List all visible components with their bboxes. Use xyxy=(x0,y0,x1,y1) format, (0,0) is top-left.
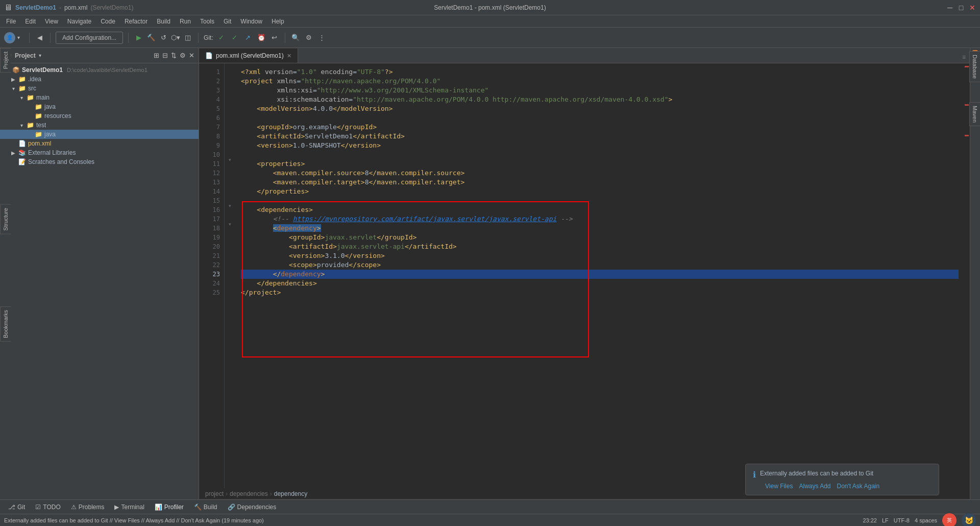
search-everywhere-icon[interactable]: 🔍 xyxy=(290,33,301,43)
tree-main-item[interactable]: ▾ 📁 main xyxy=(0,93,199,102)
tree-expand-arrow[interactable]: ▾ xyxy=(10,86,16,91)
code-line-23[interactable]: </dependency> xyxy=(241,270,959,279)
tree-java-test-item[interactable]: 📁 java xyxy=(0,130,199,139)
menu-help[interactable]: Help xyxy=(267,17,288,26)
editor-tab-pom[interactable]: 📄 pom.xml (ServletDemo1) ✕ xyxy=(199,49,298,63)
code-line-15[interactable] xyxy=(241,196,959,205)
user-section[interactable]: 👤 ▾ xyxy=(4,32,20,43)
tree-ext-libs-item[interactable]: ▶ 📚 External Libraries xyxy=(0,148,199,157)
add-configuration-button[interactable]: Add Configuration... xyxy=(56,32,123,44)
code-area[interactable]: <?xml version="1.0" encoding="UTF-8"?> <… xyxy=(235,63,963,488)
terminal-button[interactable]: ▶ Terminal xyxy=(110,503,148,512)
tree-scratches-item[interactable]: 📝 Scratches and Consoles xyxy=(0,157,199,166)
project-chevron-icon[interactable]: ▾ xyxy=(39,53,41,58)
bc-project[interactable]: project xyxy=(205,490,224,497)
tree-test-item[interactable]: ▾ 📁 test xyxy=(0,121,199,130)
tree-idea-item[interactable]: ▶ 📁 .idea xyxy=(0,75,199,84)
settings-icon[interactable]: ⚙ xyxy=(304,33,314,43)
code-line-24[interactable]: </dependencies> xyxy=(241,279,959,288)
more-actions-icon[interactable]: ⋮ xyxy=(317,33,327,43)
build-button[interactable]: 🔨 xyxy=(146,33,156,43)
settings-gear-icon[interactable]: ⚙ xyxy=(180,52,186,59)
code-line-7[interactable]: <groupId>org.example</groupId> xyxy=(241,123,959,132)
code-line-2[interactable]: <project xmlns="http://maven.apache.org/… xyxy=(241,77,959,86)
git-arrow-icon[interactable]: ↗ xyxy=(243,33,253,43)
bookmarks-panel-tab[interactable]: Bookmarks xyxy=(0,306,11,342)
more-run-button[interactable]: ⬡▾ xyxy=(170,33,181,43)
code-line-10[interactable] xyxy=(241,150,959,159)
code-line-12[interactable]: <maven.compiler.source>8</maven.compiler… xyxy=(241,169,959,178)
spaces-display[interactable]: 4 spaces xyxy=(915,517,937,523)
code-line-17[interactable]: <!-- https://mvnrepository.com/artifact/… xyxy=(241,214,959,224)
code-line-4[interactable]: xsi:schemaLocation="http://maven.apache.… xyxy=(241,95,959,104)
reload-button[interactable]: ↺ xyxy=(158,33,168,43)
navigate-back-icon[interactable]: ◀ xyxy=(35,33,45,43)
menu-refactor[interactable]: Refactor xyxy=(120,17,152,26)
todo-button[interactable]: ☑ TODO xyxy=(31,503,64,512)
bc-dependency[interactable]: dependency xyxy=(274,490,307,497)
code-line-22[interactable]: <scope>provided</scope> xyxy=(241,260,959,270)
bc-dependencies[interactable]: dependencies xyxy=(230,490,268,497)
close-button[interactable]: ✕ xyxy=(969,4,976,11)
minimize-button[interactable]: ─ xyxy=(946,4,953,11)
tree-expand-arrow[interactable]: ▶ xyxy=(10,150,16,156)
code-line-1[interactable]: <?xml version="1.0" encoding="UTF-8"?> xyxy=(241,67,959,77)
git-history-icon[interactable]: ⏰ xyxy=(256,33,266,43)
maximize-button[interactable]: □ xyxy=(958,4,965,11)
run-button[interactable]: ▶ xyxy=(134,33,144,43)
coverage-button[interactable]: ◫ xyxy=(183,33,193,43)
code-line-3[interactable]: xmlns:xsi="http://www.w3.org/2001/XMLSch… xyxy=(241,86,959,95)
menu-git[interactable]: Git xyxy=(219,17,235,26)
tab-close-button[interactable]: ✕ xyxy=(287,53,291,59)
code-line-9[interactable]: <version>1.0-SNAPSHOT</version> xyxy=(241,141,959,150)
menu-window[interactable]: Window xyxy=(236,17,266,26)
tree-root-item[interactable]: ▾ 📦 ServletDemo1 D:\code\Java\bite\Servl… xyxy=(0,65,199,75)
fold-properties[interactable]: ▾ xyxy=(229,157,231,162)
fold-dependencies[interactable]: ▾ xyxy=(229,203,231,208)
structure-panel-tab[interactable]: Structure xyxy=(0,204,11,234)
profiler-button[interactable]: 📊 Profiler xyxy=(151,503,188,512)
git-check-icon[interactable]: ✓ xyxy=(216,33,227,43)
build-bottom-button[interactable]: 🔨 Build xyxy=(190,503,222,512)
more-tabs-button[interactable]: ≡ xyxy=(958,52,970,63)
code-line-14[interactable]: </properties> xyxy=(241,187,959,196)
maven-panel-tab[interactable]: Maven xyxy=(969,102,980,126)
line-sep-display[interactable]: LF xyxy=(882,517,889,523)
code-line-25[interactable]: </project> xyxy=(241,288,959,297)
csdn-avatar[interactable]: 英 xyxy=(942,513,957,527)
tree-src-item[interactable]: ▾ 📁 src xyxy=(0,84,199,93)
emoji-avatar[interactable]: 🐱 xyxy=(962,513,976,527)
tree-pom-item[interactable]: 📄 pom.xml xyxy=(0,139,199,148)
tree-expand-arrow[interactable]: ▾ xyxy=(18,123,24,128)
menu-code[interactable]: Code xyxy=(96,17,119,26)
menu-tools[interactable]: Tools xyxy=(196,17,218,26)
notif-view-files-link[interactable]: View Files xyxy=(765,483,793,490)
git-bottom-button[interactable]: ⎇ Git xyxy=(4,503,29,512)
database-panel-tab[interactable]: Database xyxy=(969,51,980,82)
code-line-11[interactable]: <properties> xyxy=(241,159,959,169)
dropdown-arrow[interactable]: ▾ xyxy=(17,35,20,40)
project-side-tab[interactable]: Project xyxy=(0,48,11,73)
menu-build[interactable]: Build xyxy=(153,17,175,26)
code-line-16[interactable]: <dependencies> xyxy=(241,205,959,214)
code-line-18[interactable]: <dependency> xyxy=(241,224,959,233)
menu-navigate[interactable]: Navigate xyxy=(63,17,95,26)
user-avatar[interactable]: 👤 xyxy=(4,32,15,43)
collapse-all-icon[interactable]: ⊟ xyxy=(162,52,168,59)
code-line-8[interactable]: <artifactId>ServletDemo1</artifactId> xyxy=(241,132,959,141)
git-push-icon[interactable]: ✓ xyxy=(230,33,240,43)
code-line-19[interactable]: <groupId>javax.servlet</groupId> xyxy=(241,233,959,242)
encoding-display[interactable]: UTF-8 xyxy=(894,517,910,523)
problems-button[interactable]: ⚠ Problems xyxy=(67,503,109,512)
code-line-13[interactable]: <maven.compiler.target>8</maven.compiler… xyxy=(241,178,959,187)
tree-expand-arrow[interactable]: ▶ xyxy=(10,77,16,82)
menu-run[interactable]: Run xyxy=(176,17,195,26)
code-line-20[interactable]: <artifactId>javax.servlet-api</artifactI… xyxy=(241,242,959,251)
fold-dependency[interactable]: ▾ xyxy=(229,222,231,227)
git-undo-icon[interactable]: ↩ xyxy=(270,33,280,43)
sort-icon[interactable]: ⇅ xyxy=(171,52,177,59)
hide-panel-icon[interactable]: ✕ xyxy=(189,52,194,59)
code-line-5[interactable]: <modelVersion>4.0.0</modelVersion> xyxy=(241,104,959,113)
tree-expand-arrow[interactable]: ▾ xyxy=(18,95,24,101)
tree-java-main-item[interactable]: 📁 java xyxy=(0,102,199,111)
